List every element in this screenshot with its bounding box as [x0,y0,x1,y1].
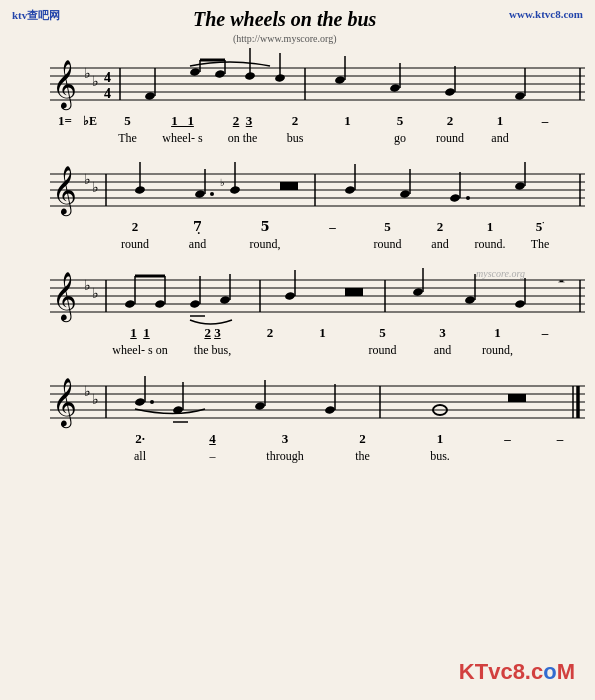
staff-svg-1: 𝄞 ♭ ♭ 4 4 [10,48,585,113]
header-right: www.ktvc8.com [509,8,583,20]
bottom-watermark: KTvc8.coM [459,659,575,685]
lyric-2-and2: and [415,237,465,252]
lyric-1-the: The [105,131,150,146]
svg-text:♭: ♭ [92,74,99,89]
num-2-2: 2 [100,219,170,235]
numbers-row-2: 2 7̣ 5̄ – 5 2 1 5· [10,219,585,235]
lyric-2-round4: round. [465,237,515,252]
staff-svg-4: 𝄞 ♭ ♭ [10,366,585,431]
watermark: myscore.org [476,268,525,279]
num-3-1: 1 [295,325,350,341]
num-2-2b: 2 [415,219,465,235]
num-3-1b: 1 [470,325,525,341]
svg-point-58 [514,181,525,190]
numbers-row-4: 2· 4 3 2 1 – – [10,431,585,447]
num-3-5: 5 [350,325,415,341]
lyric-2-round2: round, [225,237,305,252]
num-3-3: 3 [415,325,470,341]
num-1-5b: 5 [375,113,425,129]
svg-text:♭: ♭ [92,392,99,407]
svg-text:𝄞: 𝄞 [52,272,77,323]
svg-point-81 [284,291,295,300]
num-1-2: 2 [270,113,320,129]
lyrics-row-4: all – through the bus. [10,449,585,464]
num-2-dash: – [305,219,360,235]
num-1-11: 1 1 [150,113,215,129]
lyric-2-and: and [170,237,225,252]
num-4-2dot: 2· [100,431,180,447]
lyrics-row-2: round and round, round and round. The [10,237,585,252]
numbers-row-1: 1= ♭E 5 1 1 2 3 2 1 5 2 1 – [10,113,585,129]
lyric-1-bus: bus [270,131,320,146]
svg-point-72 [154,299,165,308]
svg-text:♭: ♭ [84,278,91,293]
svg-text:♭: ♭ [84,384,91,399]
svg-point-78 [219,295,230,304]
num-2-5c: 5· [515,219,565,235]
page: ktv查吧网 The wheels on the bus (http://www… [0,0,595,700]
svg-rect-83 [345,288,363,296]
svg-text:4: 4 [104,70,111,85]
svg-point-55 [449,193,460,202]
lyric-4-through: through [245,449,325,464]
lyric-4-all: all [100,449,180,464]
lyric-4-the: the [325,449,400,464]
lyric-2-round: round [100,237,170,252]
num-1-1b: 1 [320,113,375,129]
num-4-4u: 4 [180,431,245,447]
num-3-dash: – [525,325,565,341]
lyric-2-the: The [515,237,565,252]
svg-point-13 [189,67,200,76]
lyric-3-the: the bus, [180,343,245,358]
staff-svg-2: 𝄞 ♭ ♭ ♭ [10,154,585,219]
svg-point-15 [214,69,225,78]
num-1-2b: 2 [425,113,475,129]
svg-point-51 [344,185,355,194]
lyric-3-round: round [350,343,415,358]
song-title: The wheels on the bus [60,8,509,31]
lyric-3-round2: round, [470,343,525,358]
num-1-dash: – [525,113,565,129]
svg-point-29 [514,91,525,100]
staff-section-2: 𝄞 ♭ ♭ ♭ [10,154,585,252]
num-1-5: 5 [105,113,150,129]
lyric-3-and: and [415,343,470,358]
svg-text:♭: ♭ [92,286,99,301]
svg-text:4: 4 [104,86,111,101]
lyric-4-bus: bus. [400,449,480,464]
num-3-2: 2 [245,325,295,341]
svg-point-27 [444,87,455,96]
num-2-7: 7̣ [170,219,225,235]
staff-section-4: 𝄞 ♭ ♭ [10,366,585,464]
svg-point-108 [254,401,265,410]
svg-text:𝄞: 𝄞 [52,378,77,429]
header-left: ktv查吧网 [12,8,60,23]
svg-point-57 [466,196,470,200]
lyric-3-wheels: wheel- s on [100,343,180,358]
staff-section-1: 𝄞 ♭ ♭ 4 4 [10,48,585,146]
num-4-3: 3 [245,431,325,447]
header: ktv查吧网 The wheels on the bus (http://www… [0,0,595,44]
num-4-2: 2 [325,431,400,447]
svg-point-85 [412,287,423,296]
num-1-23: 2 3 [215,113,270,129]
lyrics-row-3: wheel- s on the bus, round and round, [10,343,585,358]
svg-text:𝄞: 𝄞 [52,60,77,111]
svg-point-104 [150,400,154,404]
num-2-1: 1 [465,219,515,235]
num-1-1: 1= [55,113,75,129]
svg-point-89 [514,299,525,308]
svg-text:♭: ♭ [92,180,99,195]
num-1-1c: 1 [475,113,525,129]
svg-point-87 [464,295,475,304]
lyric-1-and: and [475,131,525,146]
lyric-2-round3: round [360,237,415,252]
num-4-1: 1 [400,431,480,447]
lyric-4-dash: – [180,449,245,464]
staff-section-3: myscore.org 𝄞 ♭ ♭ [10,260,585,358]
watermark2-text: KTvc8.c [459,659,543,684]
svg-rect-49 [280,182,298,190]
num-4-dash2: – [535,431,585,447]
svg-text:♭: ♭ [84,66,91,81]
svg-text:♭: ♭ [84,172,91,187]
